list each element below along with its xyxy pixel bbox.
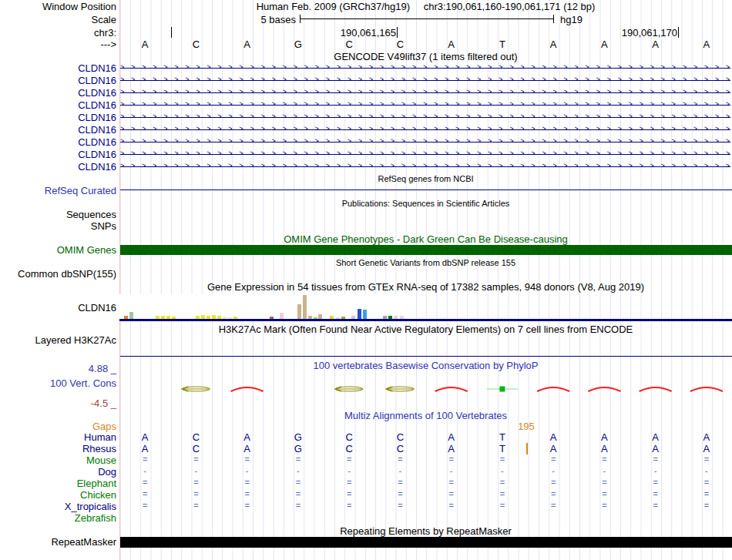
omim-genes-bar[interactable] bbox=[120, 245, 732, 255]
conservation-shape-green[interactable] bbox=[487, 387, 518, 392]
align-base: G bbox=[292, 443, 304, 454]
h3k27ac-label[interactable]: Layered H3K27Ac bbox=[0, 334, 116, 346]
strand-arrows: >>>>>>>>>>>>>>>>>>>>>>>>>>>>>>>>>>>>>>>>… bbox=[120, 75, 730, 86]
publications-title: Publications: Sequences in Scientific Ar… bbox=[119, 199, 732, 208]
gene-row[interactable]: >>>>>>>>>>>>>>>>>>>>>>>>>>>>>>>>>>>>>>>>… bbox=[120, 136, 730, 148]
gtex-bar[interactable] bbox=[363, 310, 367, 319]
insertion-tick bbox=[526, 443, 528, 454]
gtex-bar[interactable] bbox=[297, 304, 301, 319]
repeatmasker-bar[interactable] bbox=[120, 537, 732, 548]
conservation-shape-lens[interactable] bbox=[386, 387, 414, 391]
gtex-title: Gene Expression in 54 tissues from GTEx … bbox=[119, 281, 732, 293]
gene-row-label[interactable]: CLDN16 bbox=[0, 87, 116, 99]
gene-row[interactable]: >>>>>>>>>>>>>>>>>>>>>>>>>>>>>>>>>>>>>>>>… bbox=[120, 99, 730, 111]
gene-row[interactable]: >>>>>>>>>>>>>>>>>>>>>>>>>>>>>>>>>>>>>>>>… bbox=[120, 112, 730, 123]
gtex-bar[interactable] bbox=[129, 312, 133, 319]
align-mark: = bbox=[650, 478, 662, 487]
gtex-expression-chart[interactable] bbox=[119, 294, 411, 319]
align-mark: = bbox=[598, 501, 610, 510]
gene-row[interactable]: >>>>>>>>>>>>>>>>>>>>>>>>>>>>>>>>>>>>>>>>… bbox=[120, 124, 730, 136]
species-label[interactable]: Human bbox=[0, 431, 116, 443]
conservation-shape-hill[interactable] bbox=[435, 387, 468, 391]
align-base: A bbox=[445, 431, 458, 443]
align-mark: = bbox=[650, 454, 662, 464]
base-letter: A bbox=[547, 39, 559, 50]
align-mark: = bbox=[445, 501, 458, 510]
genome-label: hg19 bbox=[560, 14, 583, 25]
align-mark: = bbox=[292, 501, 304, 510]
align-mark: - bbox=[700, 466, 713, 475]
conservation-shape-lens[interactable] bbox=[335, 387, 363, 391]
scale-value: 5 bases bbox=[120, 14, 296, 25]
gaps-label[interactable]: Gaps bbox=[0, 421, 116, 432]
conservation-shape-lens[interactable] bbox=[182, 387, 210, 391]
align-base: A bbox=[700, 431, 713, 443]
gtex-bar[interactable] bbox=[358, 309, 361, 319]
base-letter: A bbox=[700, 39, 713, 50]
gene-row-label[interactable]: CLDN16 bbox=[0, 62, 116, 74]
gene-row[interactable]: >>>>>>>>>>>>>>>>>>>>>>>>>>>>>>>>>>>>>>>>… bbox=[120, 75, 730, 86]
gene-row-label[interactable]: CLDN16 bbox=[0, 161, 116, 173]
gtex-bar[interactable] bbox=[303, 295, 307, 319]
align-base: C bbox=[343, 443, 355, 454]
species-label[interactable]: Mouse bbox=[0, 454, 116, 466]
dbsnp-label[interactable]: Common dbSNP(155) bbox=[0, 268, 116, 280]
cons-track-label[interactable]: 100 Vert. Cons bbox=[0, 377, 116, 389]
align-mark: = bbox=[241, 501, 254, 510]
gene-row-label[interactable]: CLDN16 bbox=[0, 75, 116, 86]
align-mark: = bbox=[139, 501, 151, 510]
species-label[interactable]: Elephant bbox=[0, 478, 116, 489]
align-base: C bbox=[394, 443, 406, 454]
gtex-bar[interactable] bbox=[280, 313, 284, 319]
conservation-shape-hill[interactable] bbox=[588, 387, 620, 391]
gene-row-label[interactable]: CLDN16 bbox=[0, 99, 116, 111]
species-label[interactable]: X_tropicalis bbox=[0, 501, 116, 512]
repeatmasker-label[interactable]: RepeatMasker bbox=[0, 536, 116, 548]
align-mark: - bbox=[394, 466, 406, 475]
omim-genes-label[interactable]: OMIM Genes bbox=[0, 244, 116, 256]
gene-row[interactable]: >>>>>>>>>>>>>>>>>>>>>>>>>>>>>>>>>>>>>>>>… bbox=[120, 87, 730, 99]
align-mark: = bbox=[241, 489, 254, 498]
strand-label: ---> bbox=[0, 39, 116, 50]
strand-arrows: >>>>>>>>>>>>>>>>>>>>>>>>>>>>>>>>>>>>>>>>… bbox=[120, 62, 730, 74]
h3k27ac-track[interactable] bbox=[120, 356, 732, 357]
gene-row[interactable]: >>>>>>>>>>>>>>>>>>>>>>>>>>>>>>>>>>>>>>>>… bbox=[120, 149, 730, 160]
align-mark: - bbox=[598, 466, 610, 475]
species-label[interactable]: Zebrafish bbox=[0, 512, 116, 524]
sequences-label[interactable]: Sequences bbox=[0, 209, 116, 220]
species-label[interactable]: Chicken bbox=[0, 489, 116, 501]
align-mark: - bbox=[496, 466, 509, 475]
gene-row-label[interactable]: CLDN16 bbox=[0, 112, 116, 123]
align-mark: - bbox=[139, 466, 151, 475]
conservation-shape-hill[interactable] bbox=[690, 387, 723, 391]
gene-row-label[interactable]: CLDN16 bbox=[0, 124, 116, 136]
align-mark: = bbox=[445, 478, 458, 487]
gene-row-label[interactable]: CLDN16 bbox=[0, 136, 116, 148]
align-mark: = bbox=[445, 454, 458, 464]
refseq-curated-label[interactable]: RefSeq Curated bbox=[0, 185, 116, 196]
align-base: A bbox=[547, 431, 559, 443]
conservation-shape-hill[interactable] bbox=[231, 387, 264, 391]
species-label[interactable]: Dog bbox=[0, 466, 116, 478]
align-mark: = bbox=[547, 489, 559, 498]
align-mark: = bbox=[139, 478, 151, 487]
align-mark: = bbox=[598, 489, 610, 498]
dbsnp-title: Short Genetic Variants from dbSNP releas… bbox=[119, 258, 732, 267]
align-base: A bbox=[139, 443, 151, 454]
conservation-shape-hill[interactable] bbox=[640, 387, 672, 391]
conservation-shapes[interactable] bbox=[119, 382, 732, 396]
gene-row[interactable]: >>>>>>>>>>>>>>>>>>>>>>>>>>>>>>>>>>>>>>>>… bbox=[120, 161, 730, 173]
conservation-shape-hill[interactable] bbox=[537, 387, 569, 391]
gene-row-label[interactable]: CLDN16 bbox=[0, 149, 116, 160]
species-label[interactable]: Rhesus bbox=[0, 443, 116, 454]
gene-row[interactable]: >>>>>>>>>>>>>>>>>>>>>>>>>>>>>>>>>>>>>>>>… bbox=[120, 62, 730, 74]
strand-arrows: >>>>>>>>>>>>>>>>>>>>>>>>>>>>>>>>>>>>>>>>… bbox=[120, 136, 730, 148]
multiz-title: Multiz Alignments of 100 Vertebrates bbox=[119, 410, 732, 421]
align-mark: = bbox=[598, 454, 610, 464]
gencode-title: GENCODE V49lift37 (1 items filtered out) bbox=[119, 51, 732, 62]
snps-label[interactable]: SNPs bbox=[0, 220, 116, 232]
align-base: A bbox=[241, 431, 254, 443]
gtex-gene-label[interactable]: CLDN16 bbox=[0, 302, 116, 314]
refseq-curated-track[interactable] bbox=[120, 189, 732, 190]
align-mark: - bbox=[190, 466, 202, 475]
